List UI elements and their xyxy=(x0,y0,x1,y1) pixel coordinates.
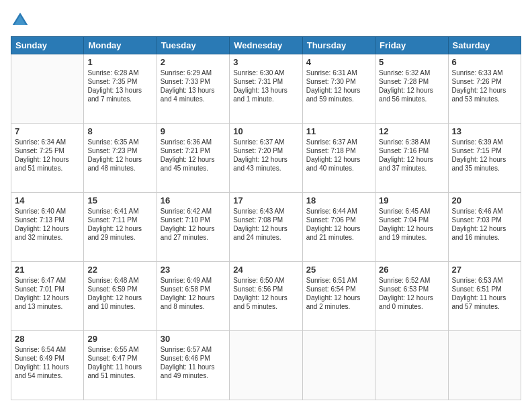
cell-text: Sunrise: 6:39 AM Sunset: 7:15 PM Dayligh… xyxy=(452,138,517,173)
calendar-cell: 13Sunrise: 6:39 AM Sunset: 7:15 PM Dayli… xyxy=(448,124,521,193)
calendar-cell: 10Sunrise: 6:37 AM Sunset: 7:20 PM Dayli… xyxy=(230,124,302,193)
day-number: 13 xyxy=(452,126,517,136)
cell-text: Sunrise: 6:49 AM Sunset: 6:58 PM Dayligh… xyxy=(161,276,226,311)
cell-text: Sunrise: 6:43 AM Sunset: 7:08 PM Dayligh… xyxy=(233,207,298,242)
calendar-cell: 9Sunrise: 6:36 AM Sunset: 7:21 PM Daylig… xyxy=(157,124,229,193)
cell-text: Sunrise: 6:57 AM Sunset: 6:46 PM Dayligh… xyxy=(161,345,226,380)
cell-text: Sunrise: 6:50 AM Sunset: 6:56 PM Dayligh… xyxy=(233,276,298,311)
calendar-cell: 14Sunrise: 6:40 AM Sunset: 7:13 PM Dayli… xyxy=(11,193,84,262)
day-number: 24 xyxy=(233,265,298,275)
calendar-week-row: 28Sunrise: 6:54 AM Sunset: 6:49 PM Dayli… xyxy=(11,331,521,400)
cell-text: Sunrise: 6:40 AM Sunset: 7:13 PM Dayligh… xyxy=(15,207,80,242)
day-number: 7 xyxy=(15,126,80,136)
calendar-cell xyxy=(375,331,448,400)
calendar-cell: 29Sunrise: 6:55 AM Sunset: 6:47 PM Dayli… xyxy=(84,331,157,400)
cell-text: Sunrise: 6:52 AM Sunset: 6:53 PM Dayligh… xyxy=(379,276,444,311)
calendar-header-saturday: Saturday xyxy=(448,37,521,54)
calendar-cell: 16Sunrise: 6:42 AM Sunset: 7:10 PM Dayli… xyxy=(157,193,229,262)
day-number: 5 xyxy=(379,57,444,67)
cell-text: Sunrise: 6:45 AM Sunset: 7:04 PM Dayligh… xyxy=(379,207,444,242)
calendar-week-row: 14Sunrise: 6:40 AM Sunset: 7:13 PM Dayli… xyxy=(11,193,521,262)
calendar-header-friday: Friday xyxy=(375,37,448,54)
day-number: 16 xyxy=(161,195,226,205)
calendar-header-monday: Monday xyxy=(84,37,157,54)
day-number: 26 xyxy=(379,265,444,275)
calendar-cell: 1Sunrise: 6:28 AM Sunset: 7:35 PM Daylig… xyxy=(84,54,157,124)
calendar-cell: 22Sunrise: 6:48 AM Sunset: 6:59 PM Dayli… xyxy=(84,262,157,331)
cell-text: Sunrise: 6:48 AM Sunset: 6:59 PM Dayligh… xyxy=(87,276,152,311)
calendar-cell xyxy=(302,331,375,400)
calendar-cell: 6Sunrise: 6:33 AM Sunset: 7:26 PM Daylig… xyxy=(448,54,521,124)
cell-text: Sunrise: 6:47 AM Sunset: 7:01 PM Dayligh… xyxy=(15,276,80,311)
calendar-cell: 3Sunrise: 6:30 AM Sunset: 7:31 PM Daylig… xyxy=(230,54,302,124)
cell-text: Sunrise: 6:32 AM Sunset: 7:28 PM Dayligh… xyxy=(379,68,444,103)
calendar-cell: 24Sunrise: 6:50 AM Sunset: 6:56 PM Dayli… xyxy=(230,262,302,331)
header xyxy=(11,11,521,30)
calendar-cell: 8Sunrise: 6:35 AM Sunset: 7:23 PM Daylig… xyxy=(84,124,157,193)
calendar-cell: 28Sunrise: 6:54 AM Sunset: 6:49 PM Dayli… xyxy=(11,331,84,400)
day-number: 30 xyxy=(161,334,226,344)
cell-text: Sunrise: 6:29 AM Sunset: 7:33 PM Dayligh… xyxy=(161,68,226,103)
cell-text: Sunrise: 6:36 AM Sunset: 7:21 PM Dayligh… xyxy=(161,138,226,173)
cell-text: Sunrise: 6:53 AM Sunset: 6:51 PM Dayligh… xyxy=(452,276,517,311)
cell-text: Sunrise: 6:42 AM Sunset: 7:10 PM Dayligh… xyxy=(161,207,226,242)
day-number: 19 xyxy=(379,195,444,205)
calendar-cell: 7Sunrise: 6:34 AM Sunset: 7:25 PM Daylig… xyxy=(11,124,84,193)
cell-text: Sunrise: 6:37 AM Sunset: 7:20 PM Dayligh… xyxy=(233,138,298,173)
cell-text: Sunrise: 6:51 AM Sunset: 6:54 PM Dayligh… xyxy=(306,276,371,311)
calendar-cell: 4Sunrise: 6:31 AM Sunset: 7:30 PM Daylig… xyxy=(302,54,375,124)
cell-text: Sunrise: 6:33 AM Sunset: 7:26 PM Dayligh… xyxy=(452,68,517,103)
calendar-cell: 11Sunrise: 6:37 AM Sunset: 7:18 PM Dayli… xyxy=(302,124,375,193)
day-number: 27 xyxy=(452,265,517,275)
calendar-cell: 17Sunrise: 6:43 AM Sunset: 7:08 PM Dayli… xyxy=(230,193,302,262)
cell-text: Sunrise: 6:34 AM Sunset: 7:25 PM Dayligh… xyxy=(15,138,80,173)
cell-text: Sunrise: 6:37 AM Sunset: 7:18 PM Dayligh… xyxy=(306,138,371,173)
day-number: 23 xyxy=(161,265,226,275)
day-number: 3 xyxy=(233,57,298,67)
cell-text: Sunrise: 6:54 AM Sunset: 6:49 PM Dayligh… xyxy=(15,345,80,380)
day-number: 14 xyxy=(15,195,80,205)
cell-text: Sunrise: 6:38 AM Sunset: 7:16 PM Dayligh… xyxy=(379,138,444,173)
calendar-cell: 2Sunrise: 6:29 AM Sunset: 7:33 PM Daylig… xyxy=(157,54,229,124)
cell-text: Sunrise: 6:31 AM Sunset: 7:30 PM Dayligh… xyxy=(306,68,371,103)
day-number: 20 xyxy=(452,195,517,205)
day-number: 15 xyxy=(87,195,152,205)
calendar-header-thursday: Thursday xyxy=(302,37,375,54)
calendar-cell: 26Sunrise: 6:52 AM Sunset: 6:53 PM Dayli… xyxy=(375,262,448,331)
day-number: 6 xyxy=(452,57,517,67)
calendar-cell: 25Sunrise: 6:51 AM Sunset: 6:54 PM Dayli… xyxy=(302,262,375,331)
calendar-cell: 27Sunrise: 6:53 AM Sunset: 6:51 PM Dayli… xyxy=(448,262,521,331)
calendar-cell: 5Sunrise: 6:32 AM Sunset: 7:28 PM Daylig… xyxy=(375,54,448,124)
calendar-cell xyxy=(11,54,84,124)
cell-text: Sunrise: 6:44 AM Sunset: 7:06 PM Dayligh… xyxy=(306,207,371,242)
day-number: 12 xyxy=(379,126,444,136)
calendar-cell: 12Sunrise: 6:38 AM Sunset: 7:16 PM Dayli… xyxy=(375,124,448,193)
calendar-header-wednesday: Wednesday xyxy=(230,37,302,54)
calendar-header-row: SundayMondayTuesdayWednesdayThursdayFrid… xyxy=(11,37,521,54)
calendar-header-sunday: Sunday xyxy=(11,37,84,54)
calendar-table: SundayMondayTuesdayWednesdayThursdayFrid… xyxy=(11,36,521,400)
day-number: 8 xyxy=(87,126,152,136)
calendar-cell: 19Sunrise: 6:45 AM Sunset: 7:04 PM Dayli… xyxy=(375,193,448,262)
cell-text: Sunrise: 6:41 AM Sunset: 7:11 PM Dayligh… xyxy=(87,207,152,242)
day-number: 17 xyxy=(233,195,298,205)
day-number: 11 xyxy=(306,126,371,136)
logo xyxy=(11,11,32,30)
day-number: 25 xyxy=(306,265,371,275)
cell-text: Sunrise: 6:28 AM Sunset: 7:35 PM Dayligh… xyxy=(87,68,152,103)
day-number: 28 xyxy=(15,334,80,344)
calendar-cell: 30Sunrise: 6:57 AM Sunset: 6:46 PM Dayli… xyxy=(157,331,229,400)
cell-text: Sunrise: 6:46 AM Sunset: 7:03 PM Dayligh… xyxy=(452,207,517,242)
day-number: 2 xyxy=(161,57,226,67)
day-number: 22 xyxy=(87,265,152,275)
calendar-cell: 18Sunrise: 6:44 AM Sunset: 7:06 PM Dayli… xyxy=(302,193,375,262)
calendar-cell: 23Sunrise: 6:49 AM Sunset: 6:58 PM Dayli… xyxy=(157,262,229,331)
day-number: 9 xyxy=(161,126,226,136)
day-number: 18 xyxy=(306,195,371,205)
calendar-cell: 20Sunrise: 6:46 AM Sunset: 7:03 PM Dayli… xyxy=(448,193,521,262)
page: SundayMondayTuesdayWednesdayThursdayFrid… xyxy=(0,0,532,411)
day-number: 21 xyxy=(15,265,80,275)
calendar-header-tuesday: Tuesday xyxy=(157,37,229,54)
logo-icon xyxy=(11,11,30,30)
cell-text: Sunrise: 6:30 AM Sunset: 7:31 PM Dayligh… xyxy=(233,68,298,103)
